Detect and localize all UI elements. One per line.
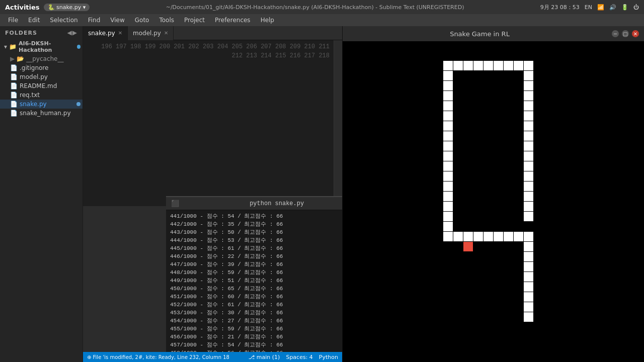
tab-snake-py[interactable]: snake.py ✕ bbox=[83, 26, 128, 40]
folder-label: __pycache__ bbox=[26, 55, 63, 62]
tab-label: model.py bbox=[133, 30, 161, 37]
terminal-line: 452/1000 - 점수 : 61 / 최고점수 : 66 bbox=[170, 301, 342, 309]
sidebar-item-root[interactable]: ▾ 📁 AI6-DKSH-Hackathon bbox=[0, 39, 83, 54]
window-controls[interactable]: ─ □ ✕ bbox=[612, 30, 639, 37]
menu-find[interactable]: Find bbox=[83, 16, 106, 25]
code-content[interactable]: Game.changeDir(dirs[action]) Game.MoveSn… bbox=[334, 40, 342, 206]
tab-model-py[interactable]: model.py ✕ bbox=[128, 26, 174, 40]
file-icon: 📄 bbox=[10, 82, 18, 89]
maximize-button[interactable]: □ bbox=[622, 30, 629, 37]
terminal-title: python snake.py bbox=[179, 200, 342, 207]
encoding-status: Python bbox=[319, 354, 338, 360]
power-icon: ⏻ bbox=[633, 4, 639, 11]
menu-selection[interactable]: Selection bbox=[45, 16, 83, 25]
menu-edit[interactable]: Edit bbox=[23, 16, 45, 25]
activities-label[interactable]: Activities bbox=[5, 4, 40, 11]
terminal-line: 453/1000 - 점수 : 30 / 최고점수 : 66 bbox=[170, 309, 342, 317]
sidebar-item-pycache[interactable]: ▶ 📂 __pycache__ bbox=[0, 54, 83, 63]
menu-preferences[interactable]: Preferences bbox=[210, 16, 256, 25]
sidebar-item-gitignore[interactable]: 📄 .gitignore bbox=[0, 63, 83, 72]
main-layout: FOLDERS ◀▶ ▾ 📁 AI6-DKSH-Hackathon ▶ 📂 __… bbox=[0, 26, 644, 362]
terminal-line: 454/1000 - 점수 : 27 / 최고점수 : 66 bbox=[170, 317, 342, 325]
terminal-line: 449/1000 - 점수 : 51 / 최고점수 : 66 bbox=[170, 277, 342, 285]
tab-bar: snake.py ✕ model.py ✕ bbox=[83, 26, 342, 40]
file-icon: 📄 bbox=[10, 101, 18, 108]
folders-label: FOLDERS bbox=[5, 30, 37, 36]
terminal-line: 455/1000 - 점수 : 59 / 최고점수 : 66 bbox=[170, 325, 342, 333]
terminal-line: 443/1000 - 점수 : 50 / 최고점수 : 66 bbox=[170, 228, 342, 236]
tab-label: snake.py bbox=[88, 30, 115, 37]
sidebar-item-snake-human[interactable]: 📄 snake_human.py bbox=[0, 109, 83, 118]
folder-icon: 📂 bbox=[17, 55, 24, 62]
branch-status: ⎇ main (1) bbox=[249, 354, 280, 360]
terminal-line: 446/1000 - 점수 : 22 / 최고점수 : 66 bbox=[170, 252, 342, 260]
file-label: README.md bbox=[20, 82, 57, 89]
folder-label: AI6-DKSH-Hackathon bbox=[19, 40, 75, 53]
sidebar-item-snake[interactable]: 📄 snake.py bbox=[0, 100, 83, 109]
line-numbers: 196 197 198 199 200 201 202 203 204 205 … bbox=[83, 40, 334, 206]
game-titlebar: Snake Game in RL ─ □ ✕ bbox=[343, 26, 644, 41]
status-bar: ⊕ File 'is modified, 2#, kite: Ready, Li… bbox=[83, 352, 342, 362]
snake-game-canvas bbox=[408, 51, 579, 352]
terminal-line: 450/1000 - 점수 : 65 / 최고점수 : 66 bbox=[170, 285, 342, 293]
close-icon[interactable]: ✕ bbox=[118, 30, 122, 36]
file-icon: 📄 bbox=[10, 110, 18, 117]
window-title: ~/Documents/01_git/AI6-DKSH-Hackathon/sn… bbox=[166, 4, 464, 11]
menu-project[interactable]: Project bbox=[179, 16, 210, 25]
menu-tools[interactable]: Tools bbox=[154, 16, 179, 25]
sidebar-item-readme[interactable]: 📄 README.md bbox=[0, 81, 83, 90]
system-tray: 9月 23 08：53 EN 📶 🔊 🔋 ⏻ bbox=[540, 4, 639, 11]
file-label: model.py bbox=[20, 73, 48, 80]
spaces-status: Spaces: 4 bbox=[286, 354, 312, 360]
menu-view[interactable]: View bbox=[105, 16, 129, 25]
file-label: req.txt bbox=[20, 92, 40, 99]
terminal-icon: ⬛ bbox=[171, 200, 179, 208]
close-icon[interactable]: ✕ bbox=[164, 30, 168, 36]
file-badge[interactable]: 🐍 snake.py ▾ bbox=[44, 4, 90, 11]
terminal-line: 448/1000 - 점수 : 59 / 최고점수 : 66 bbox=[170, 268, 342, 277]
modified-dot bbox=[76, 102, 80, 106]
network-icon: 📶 bbox=[597, 4, 604, 11]
menu-file[interactable]: File bbox=[3, 16, 23, 25]
menu-goto[interactable]: Goto bbox=[130, 16, 154, 25]
battery-icon: 🔋 bbox=[621, 4, 628, 11]
volume-icon: 🔊 bbox=[609, 4, 616, 11]
status-right: ⎇ main (1) Spaces: 4 Python bbox=[249, 354, 338, 360]
terminal-titlebar: ⬛ python snake.py 🔍 ≡ ─ □ ✕ bbox=[166, 197, 342, 210]
terminal-line: 457/1000 - 점수 : 54 / 최고점수 : 66 bbox=[170, 341, 342, 349]
file-label: .gitignore bbox=[20, 64, 48, 71]
file-label: snake.py bbox=[20, 101, 47, 108]
file-icon: 📄 bbox=[10, 64, 18, 71]
editor-terminal-container: snake.py ✕ model.py ✕ 196 197 198 199 20… bbox=[83, 26, 342, 362]
sidebar: FOLDERS ◀▶ ▾ 📁 AI6-DKSH-Hackathon ▶ 📂 __… bbox=[0, 26, 83, 362]
minimize-button[interactable]: ─ bbox=[612, 30, 619, 37]
terminal-line: 456/1000 - 점수 : 21 / 최고점수 : 66 bbox=[170, 333, 342, 341]
file-icon: 📄 bbox=[10, 73, 18, 80]
file-status: ⊕ File 'is modified, 2#, kite: Ready, Li… bbox=[87, 354, 229, 360]
code-editor[interactable]: 196 197 198 199 200 201 202 203 204 205 … bbox=[83, 40, 342, 206]
sidebar-collapse[interactable]: ◀▶ bbox=[67, 29, 77, 36]
file-label: snake_human.py bbox=[20, 110, 71, 117]
terminal-line: 447/1000 - 점수 : 39 / 최고점수 : 66 bbox=[170, 260, 342, 268]
chevron-icon: ▾ bbox=[4, 43, 7, 50]
terminal-line: 444/1000 - 점수 : 53 / 최고점수 : 66 bbox=[170, 236, 342, 244]
sidebar-item-model[interactable]: 📄 model.py bbox=[0, 72, 83, 81]
menu-bar: File Edit Selection Find View Goto Tools… bbox=[0, 14, 644, 26]
close-button[interactable]: ✕ bbox=[632, 30, 639, 37]
terminal: ⬛ python snake.py 🔍 ≡ ─ □ ✕ 441/1000 - 점… bbox=[166, 196, 342, 352]
unsaved-dot bbox=[77, 45, 80, 49]
lang-indicator: EN bbox=[585, 4, 592, 11]
top-bar: Activities 🐍 snake.py ▾ ~/Documents/01_g… bbox=[0, 0, 644, 14]
sidebar-header: FOLDERS ◀▶ bbox=[0, 26, 83, 39]
chevron-icon: ▶ bbox=[10, 55, 15, 62]
terminal-line: 445/1000 - 점수 : 61 / 최고점수 : 66 bbox=[170, 244, 342, 252]
time-display: 9月 23 08：53 bbox=[540, 4, 580, 11]
game-title: Snake Game in RL bbox=[348, 30, 612, 38]
folder-icon: 📁 bbox=[9, 43, 17, 50]
menu-help[interactable]: Help bbox=[256, 16, 279, 25]
terminal-content: 441/1000 - 점수 : 54 / 최고점수 : 66442/1000 -… bbox=[166, 210, 342, 352]
terminal-line: 442/1000 - 점수 : 35 / 최고점수 : 66 bbox=[170, 220, 342, 228]
game-panel: Snake Game in RL ─ □ ✕ bbox=[342, 26, 644, 362]
sidebar-item-req[interactable]: 📄 req.txt bbox=[0, 90, 83, 100]
terminal-line: 441/1000 - 점수 : 54 / 최고점수 : 66 bbox=[170, 212, 342, 220]
